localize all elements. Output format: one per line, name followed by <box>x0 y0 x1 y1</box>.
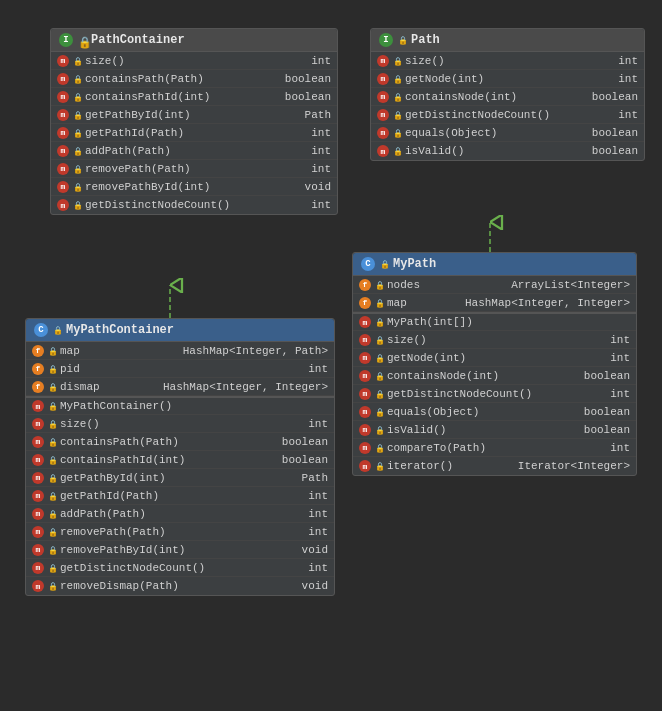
lock-mpc-getpathbyid: 🔒 <box>48 474 56 482</box>
row-mp-containsnode: m 🔒 containsNode(int) boolean <box>353 367 636 385</box>
name-mpc-containspathid: containsPathId(int) <box>60 454 274 466</box>
lock-mpc-containspath: 🔒 <box>48 438 56 446</box>
row-pc-containspath: m 🔒 containsPath(Path) boolean <box>51 70 337 88</box>
icon-m-p-size: m <box>377 55 389 67</box>
type-mpc-getpathbyid: Path <box>302 472 328 484</box>
name-pc-removepathbyid: removePathById(int) <box>85 181 297 193</box>
lock-mpc-pid: 🔒 <box>48 365 56 373</box>
type-pc-removepath: int <box>311 163 331 175</box>
icon-m-mpc-containspath: m <box>32 436 44 448</box>
name-mp-compareto: compareTo(Path) <box>387 442 602 454</box>
name-mpc-removepathbyid: removePathById(int) <box>60 544 294 556</box>
row-pc-getdistinct: m 🔒 getDistinctNodeCount() int <box>51 196 337 214</box>
name-mpc-map: map <box>60 345 175 357</box>
lock-pc-getpathbyid: 🔒 <box>73 111 81 119</box>
mypath-box: C 🔒 MyPath f 🔒 nodes ArrayList<Integer> … <box>352 252 637 476</box>
mypathcontainer-class-icon: C <box>34 323 48 337</box>
icon-m-mpc-size: m <box>32 418 44 430</box>
lock-pc-addpath: 🔒 <box>73 147 81 155</box>
lock-mpc-removepath: 🔒 <box>48 528 56 536</box>
row-mpc-map: f 🔒 map HashMap<Integer, Path> <box>26 342 334 360</box>
type-mpc-removedismap: void <box>302 580 328 592</box>
row-p-equals: m 🔒 equals(Object) boolean <box>371 124 644 142</box>
row-mpc-size: m 🔒 size() int <box>26 415 334 433</box>
row-mpc-constructor: m 🔒 MyPathContainer() <box>26 396 334 415</box>
name-pc-containspathid: containsPathId(int) <box>85 91 277 103</box>
lock-mpc-getdistinct: 🔒 <box>48 564 56 572</box>
row-pc-addpath: m 🔒 addPath(Path) int <box>51 142 337 160</box>
lock-mp-iterator: 🔒 <box>375 462 383 470</box>
lock-pc-removepathbyid: 🔒 <box>73 183 81 191</box>
row-mp-isvalid: m 🔒 isValid() boolean <box>353 421 636 439</box>
row-mpc-addpath: m 🔒 addPath(Path) int <box>26 505 334 523</box>
icon-f-mpc-map: f <box>32 345 44 357</box>
pathcontainer-box: I 🔒 PathContainer m 🔒 size() int m 🔒 con… <box>50 28 338 215</box>
lock-pc-removepath: 🔒 <box>73 165 81 173</box>
icon-m-p-containsnode: m <box>377 91 389 103</box>
lock-mp-nodes: 🔒 <box>375 281 383 289</box>
row-mp-getdistinct: m 🔒 getDistinctNodeCount() int <box>353 385 636 403</box>
pathcontainer-title: PathContainer <box>91 33 185 47</box>
name-mpc-dismap: dismap <box>60 381 155 393</box>
type-mpc-dismap: HashMap<Integer, Integer> <box>163 381 328 393</box>
lock-p-getnode: 🔒 <box>393 75 401 83</box>
type-pc-getpathid: int <box>311 127 331 139</box>
icon-m-mp-isvalid: m <box>359 424 371 436</box>
lock-mp-getnode: 🔒 <box>375 354 383 362</box>
icon-m-pc-containspathid: m <box>57 91 69 103</box>
type-mpc-getdistinct: int <box>308 562 328 574</box>
path-interface-icon: I <box>379 33 393 47</box>
row-mpc-dismap: f 🔒 dismap HashMap<Integer, Integer> <box>26 378 334 396</box>
icon-m-p-getnode: m <box>377 73 389 85</box>
type-p-size: int <box>618 55 638 67</box>
icon-m-mpc-getpathid: m <box>32 490 44 502</box>
type-pc-getdistinct: int <box>311 199 331 211</box>
name-mpc-size: size() <box>60 418 300 430</box>
name-mpc-removepath: removePath(Path) <box>60 526 300 538</box>
path-box: I 🔒 Path m 🔒 size() int m 🔒 getNode(int)… <box>370 28 645 161</box>
lock-pc-size: 🔒 <box>73 57 81 65</box>
name-pc-removepath: removePath(Path) <box>85 163 303 175</box>
icon-m-mp-containsnode: m <box>359 370 371 382</box>
type-pc-removepathbyid: void <box>305 181 331 193</box>
lock-mpc-removedismap: 🔒 <box>48 582 56 590</box>
row-p-getdistinct: m 🔒 getDistinctNodeCount() int <box>371 106 644 124</box>
name-mp-constructor: MyPath(int[]) <box>387 316 622 328</box>
mypath-class-icon: C <box>361 257 375 271</box>
lock-mpc-addpath: 🔒 <box>48 510 56 518</box>
icon-f-mp-nodes: f <box>359 279 371 291</box>
type-p-equals: boolean <box>592 127 638 139</box>
lock-p-getdistinct: 🔒 <box>393 111 401 119</box>
name-pc-getpathbyid: getPathById(int) <box>85 109 297 121</box>
row-p-isvalid: m 🔒 isValid() boolean <box>371 142 644 160</box>
icon-m-mpc-constructor: m <box>32 400 44 412</box>
path-lock-icon: 🔒 <box>398 36 406 44</box>
pathcontainer-interface-icon: I <box>59 33 73 47</box>
lock-mpc-size: 🔒 <box>48 420 56 428</box>
row-mpc-getpathbyid: m 🔒 getPathById(int) Path <box>26 469 334 487</box>
type-p-getdistinct: int <box>618 109 638 121</box>
type-mp-containsnode: boolean <box>584 370 630 382</box>
mypathcontainer-header: C 🔒 MyPathContainer <box>26 319 334 342</box>
type-mp-equals: boolean <box>584 406 630 418</box>
type-mpc-removepathbyid: void <box>302 544 328 556</box>
lock-mpc-constructor: 🔒 <box>48 402 56 410</box>
icon-m-pc-containspath: m <box>57 73 69 85</box>
icon-m-mpc-removedismap: m <box>32 580 44 592</box>
name-mp-getnode: getNode(int) <box>387 352 602 364</box>
row-pc-removepath: m 🔒 removePath(Path) int <box>51 160 337 178</box>
row-pc-getpathbyid: m 🔒 getPathById(int) Path <box>51 106 337 124</box>
row-pc-containspathid: m 🔒 containsPathId(int) boolean <box>51 88 337 106</box>
mypathcontainer-title: MyPathContainer <box>66 323 174 337</box>
icon-m-mp-constructor: m <box>359 316 371 328</box>
row-mpc-removepathbyid: m 🔒 removePathById(int) void <box>26 541 334 559</box>
name-pc-size: size() <box>85 55 303 67</box>
type-pc-size: int <box>311 55 331 67</box>
lock-mp-equals: 🔒 <box>375 408 383 416</box>
row-mp-size: m 🔒 size() int <box>353 331 636 349</box>
lock-p-size: 🔒 <box>393 57 401 65</box>
lock-mp-size: 🔒 <box>375 336 383 344</box>
diagram-container: I 🔒 PathContainer m 🔒 size() int m 🔒 con… <box>0 0 662 711</box>
type-mp-nodes: ArrayList<Integer> <box>511 279 630 291</box>
icon-m-mp-getdistinct: m <box>359 388 371 400</box>
